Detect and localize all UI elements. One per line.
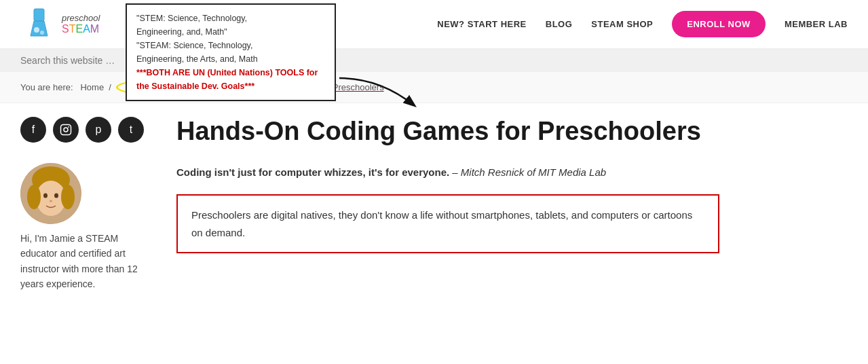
svg-point-3	[40, 31, 44, 35]
site-header: preschool STEAM "STEM: Science, Technolo…	[0, 0, 868, 49]
annotation-arrow	[339, 71, 428, 112]
logo-icon	[20, 5, 58, 43]
highlight-box: Preschoolers are digital natives, they d…	[176, 194, 719, 253]
svg-marker-1	[31, 21, 48, 36]
main-content: Hands-On Coding Games for Preschoolers C…	[176, 117, 719, 292]
nav-new-start[interactable]: NEW? START HERE	[437, 19, 526, 29]
svg-point-14	[50, 200, 52, 202]
social-icons: f p t	[20, 117, 156, 143]
nav-shop[interactable]: STEAM SHOP	[591, 19, 653, 29]
author-section: Hi, I'm Jamie a STEAM educator and certi…	[20, 163, 156, 292]
logo-preschool-label: preschool	[62, 14, 100, 23]
svg-rect-4	[61, 125, 71, 135]
svg-point-2	[34, 27, 39, 33]
pinterest-icon[interactable]: p	[86, 117, 111, 143]
enroll-button[interactable]: ENROLL NOW	[672, 11, 766, 37]
main-nav: NEW? START HERE BLOG STEAM SHOP ENROLL N…	[437, 11, 848, 37]
article-quote: Coding isn't just for computer whizzes, …	[176, 164, 719, 181]
author-avatar	[20, 163, 81, 224]
svg-point-6	[68, 126, 69, 128]
svg-point-12	[43, 194, 48, 198]
logo-text: preschool STEAM	[62, 14, 100, 35]
instagram-icon[interactable]	[53, 117, 79, 143]
nav-member-lab[interactable]: MEMBER LAB	[785, 19, 848, 29]
svg-point-5	[64, 128, 68, 132]
svg-point-13	[54, 194, 58, 198]
main-layout: f p t	[0, 103, 868, 306]
site-logo[interactable]: preschool STEAM	[20, 5, 100, 43]
nav-blog[interactable]: BLOG	[546, 19, 573, 29]
article-title: Hands-On Coding Games for Preschoolers	[176, 117, 719, 147]
breadcrumb-here: You are here:	[20, 82, 73, 92]
breadcrumb-home[interactable]: Home	[80, 82, 104, 92]
facebook-icon[interactable]: f	[20, 117, 46, 143]
svg-point-10	[27, 185, 41, 209]
annotation-tooltip: "STEM: Science, Technology, Engineering,…	[126, 3, 336, 101]
author-bio: Hi, I'm Jamie a STEAM educator and certi…	[20, 231, 156, 292]
twitter-icon[interactable]: t	[118, 117, 144, 143]
svg-rect-0	[34, 9, 44, 21]
author-avatar-image	[20, 163, 81, 224]
sidebar: f p t	[20, 117, 156, 292]
svg-point-11	[61, 185, 75, 209]
logo-steam-label: STEAM	[62, 23, 100, 35]
